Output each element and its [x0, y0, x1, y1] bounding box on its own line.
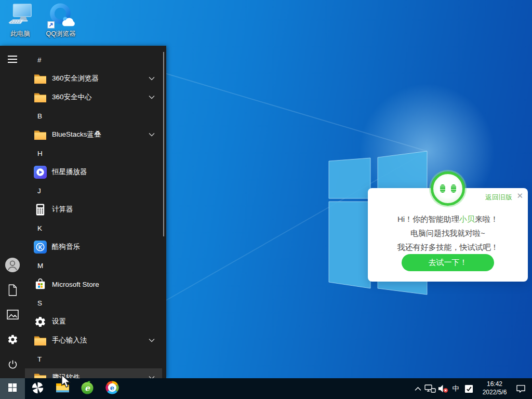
taskbar-clock[interactable]: 16:42 2022/5/6: [475, 380, 514, 396]
assistant-name: 小贝: [459, 215, 475, 223]
rail-pictures-button[interactable]: [0, 303, 25, 328]
start-menu-item-计算器[interactable]: 计算器: [25, 200, 162, 219]
chevron-down-icon[interactable]: [149, 95, 155, 99]
back-to-old-version-link[interactable]: 返回旧版: [485, 193, 512, 202]
start-menu-item-microsoft-store[interactable]: Microsoft Store: [25, 275, 162, 294]
start-menu-item-label: BlueStacks蓝叠: [52, 130, 101, 139]
green-e-icon: e: [80, 380, 95, 397]
taskbar-start-button[interactable]: [0, 378, 25, 399]
desktop-icon-label: QQ浏览器: [45, 30, 77, 37]
folder-icon: [33, 334, 47, 347]
start-menu-item-腾讯软件[interactable]: 腾讯软件: [25, 368, 162, 378]
start-menu-scrollbar[interactable]: [163, 52, 164, 236]
action-center-icon[interactable]: [514, 378, 527, 399]
start-menu-section-header-j[interactable]: J: [25, 181, 162, 200]
desktop-icon-qq-browser[interactable]: QQ浏览器: [45, 2, 77, 37]
taskbar-green-e-browser[interactable]: e: [75, 378, 100, 399]
start-menu-item-酷狗音乐[interactable]: K酷狗音乐: [25, 237, 162, 256]
colorful-e-icon: e: [105, 380, 119, 397]
robot-face-icon: [431, 171, 465, 206]
folder-icon: [33, 128, 47, 141]
document-icon: [7, 284, 18, 298]
start-menu-section-header-m[interactable]: M: [25, 256, 162, 275]
svg-text:K: K: [38, 244, 42, 250]
start-menu-item-label: 腾讯软件: [52, 373, 80, 378]
desktop-icon-this-pc[interactable]: 此电脑: [4, 3, 36, 37]
rail-settings-button[interactable]: [0, 328, 25, 353]
hidden-icons-chevron-icon[interactable]: [411, 378, 424, 399]
start-menu-item-label: 360安全中心: [52, 92, 92, 102]
folder-icon: [33, 90, 47, 104]
this-pc-icon: [7, 3, 33, 30]
robot-eye-left: [440, 184, 445, 193]
chevron-down-icon[interactable]: [149, 338, 155, 342]
power-icon: [7, 359, 18, 372]
player-icon: [33, 165, 47, 179]
rail-user-account-button[interactable]: [0, 254, 25, 278]
section-letter: K: [37, 224, 42, 232]
start-menu-item-bluestacks蓝叠[interactable]: BlueStacks蓝叠: [25, 125, 162, 144]
start-menu: #360安全浏览器360安全中心BBlueStacks蓝叠H恒星播放器J计算器K…: [0, 46, 166, 378]
start-menu-item-label: 设置: [52, 317, 66, 326]
gear-icon: [33, 315, 47, 328]
start-menu-item-label: Microsoft Store: [52, 281, 99, 288]
pinwheel-icon: [31, 381, 45, 397]
system-tray: 中 16:42 2022/5/6: [411, 378, 527, 399]
folder-icon: [33, 72, 47, 85]
chevron-down-icon[interactable]: [149, 76, 155, 81]
start-menu-app-list: #360安全浏览器360安全中心BBlueStacks蓝叠H恒星播放器J计算器K…: [25, 50, 162, 378]
robot-eye-right: [451, 184, 456, 193]
start-menu-item-360安全中心[interactable]: 360安全中心: [25, 88, 162, 107]
svg-text:e: e: [85, 383, 90, 393]
start-menu-item-设置[interactable]: 设置: [25, 312, 162, 331]
try-it-button[interactable]: 去试一下！: [402, 254, 494, 271]
clock-date: 2022/5/6: [477, 389, 512, 397]
start-menu-section-header-h[interactable]: H: [25, 144, 162, 163]
start-menu-item-label: 酷狗音乐: [52, 242, 80, 251]
taskbar-file-explorer[interactable]: [50, 378, 75, 399]
svg-text:e: e: [110, 384, 114, 392]
assistant-line-3: 我还有好多技能，快试试吧！: [368, 240, 528, 254]
start-menu-section-header-#[interactable]: #: [25, 50, 162, 69]
network-icon[interactable]: [424, 378, 436, 399]
start-menu-item-恒星播放器[interactable]: 恒星播放器: [25, 163, 162, 181]
rail-documents-button[interactable]: [0, 278, 25, 303]
desktop-icon-label: 此电脑: [4, 30, 36, 37]
assistant-message: Hi！你的智能助理小贝来啦！ 电脑问题找我就对啦~ 我还有好多技能，快试试吧！: [368, 212, 528, 254]
pictures-icon: [7, 310, 19, 322]
section-letter: T: [37, 355, 42, 363]
start-menu-item-label: 计算器: [52, 205, 73, 214]
explorer-icon: [56, 382, 70, 396]
start-menu-item-label: 360安全浏览器: [52, 74, 99, 83]
taskbar-colorful-ring-browser[interactable]: e: [100, 378, 125, 399]
start-menu-item-360安全浏览器[interactable]: 360安全浏览器: [25, 69, 162, 88]
folder-icon: [33, 371, 47, 378]
start-menu-item-label: 手心输入法: [52, 336, 87, 345]
taskbar: ee 中: [0, 378, 532, 399]
qq-browser-icon: [47, 2, 75, 30]
windows-icon: [8, 383, 17, 394]
calculator-icon: [33, 203, 47, 216]
start-menu-section-header-t[interactable]: T: [25, 350, 162, 368]
start-menu-item-label: 恒星播放器: [52, 167, 87, 177]
start-menu-item-手心输入法[interactable]: 手心输入法: [25, 331, 162, 350]
store-icon: [33, 277, 47, 291]
user-icon: [5, 257, 20, 275]
security-check-icon[interactable]: [462, 378, 475, 399]
start-menu-section-header-k[interactable]: K: [25, 219, 162, 237]
kugou-icon: K: [33, 240, 47, 254]
rail-power-button[interactable]: [0, 353, 25, 378]
start-menu-section-header-s[interactable]: S: [25, 294, 162, 312]
volume-muted-icon[interactable]: [436, 378, 449, 399]
taskbar-360-browser[interactable]: [25, 378, 50, 399]
start-menu-section-header-b[interactable]: B: [25, 107, 162, 125]
section-letter: #: [37, 56, 42, 64]
chevron-down-icon[interactable]: [149, 132, 155, 137]
gear-outline-icon: [7, 334, 18, 347]
section-letter: H: [37, 150, 43, 157]
input-method-indicator[interactable]: 中: [449, 378, 462, 399]
screen: 此电脑 QQ浏览器 返回旧版 ✕ Hi！你的智能助理小贝来啦！ 电脑问题找我就对…: [0, 0, 532, 399]
rail-menu-toggle-button[interactable]: [0, 48, 25, 73]
section-letter: S: [37, 299, 42, 307]
close-icon[interactable]: ✕: [516, 192, 523, 200]
